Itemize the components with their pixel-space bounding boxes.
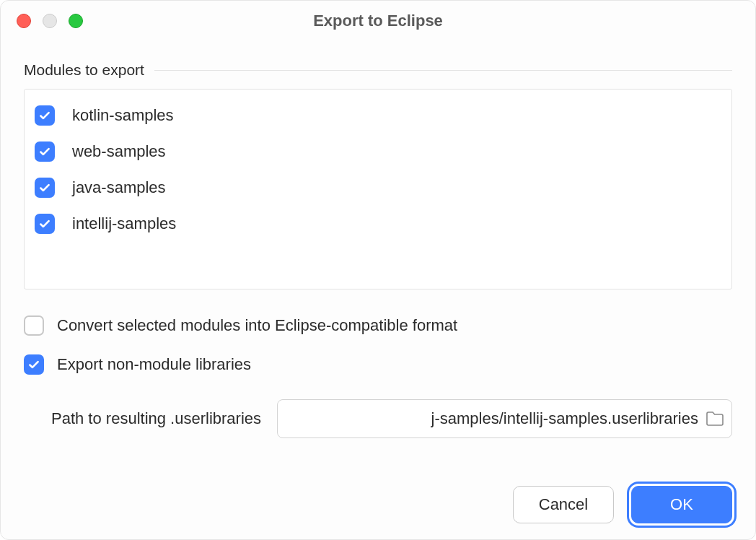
module-label: java-samples (72, 178, 166, 197)
window-controls (17, 14, 83, 28)
dialog-content: Modules to export kotlin-samples web-sam… (1, 41, 755, 539)
section-label: Modules to export (24, 61, 144, 79)
option-convert[interactable]: Convert selected modules into Eclipse-co… (24, 315, 732, 336)
module-label: web-samples (72, 142, 166, 161)
check-icon (38, 217, 51, 230)
window-minimize-button[interactable] (43, 14, 57, 28)
module-item[interactable]: kotlin-samples (35, 101, 721, 137)
window-maximize-button[interactable] (69, 14, 83, 28)
export-non-module-label: Export non-module libraries (57, 355, 251, 374)
check-icon (38, 181, 51, 194)
module-checkbox[interactable] (35, 214, 55, 234)
path-row: Path to resulting .userlibraries (24, 399, 732, 438)
path-input[interactable] (291, 409, 698, 428)
convert-checkbox[interactable] (24, 315, 44, 336)
module-item[interactable]: java-samples (35, 173, 721, 209)
module-label: kotlin-samples (72, 106, 174, 125)
titlebar: Export to Eclipse (1, 1, 755, 41)
export-non-module-checkbox[interactable] (24, 354, 44, 375)
section-divider (154, 70, 732, 71)
convert-label: Convert selected modules into Eclipse-co… (57, 316, 457, 335)
check-icon (38, 109, 51, 122)
window-close-button[interactable] (17, 14, 31, 28)
check-icon (27, 358, 40, 371)
check-icon (38, 145, 51, 158)
module-checkbox[interactable] (35, 141, 55, 162)
module-checkbox[interactable] (35, 105, 55, 126)
ok-button[interactable]: OK (631, 486, 732, 523)
module-checkbox[interactable] (35, 178, 55, 198)
dialog-title: Export to Eclipse (1, 12, 755, 30)
module-item[interactable]: web-samples (35, 137, 721, 173)
button-row: Cancel OK (24, 471, 732, 523)
module-item[interactable]: intellij-samples (35, 209, 721, 245)
browse-folder-icon[interactable] (706, 411, 724, 427)
path-input-wrap (277, 399, 732, 438)
path-label: Path to resulting .userlibraries (51, 409, 261, 428)
cancel-button[interactable]: Cancel (513, 486, 614, 523)
modules-list: kotlin-samples web-samples java-samples … (24, 89, 732, 289)
section-header: Modules to export (24, 61, 732, 79)
dialog-window: Export to Eclipse Modules to export kotl… (0, 0, 756, 540)
option-export-non-module[interactable]: Export non-module libraries (24, 354, 732, 375)
module-label: intellij-samples (72, 214, 176, 233)
